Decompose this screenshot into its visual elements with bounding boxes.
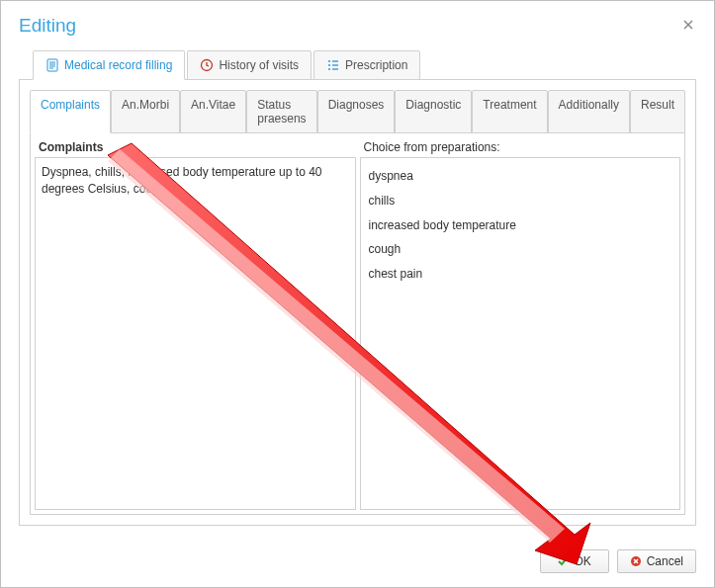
outer-panel: Complaints An.Morbi An.Vitae Status prae… — [19, 79, 696, 526]
preparation-item[interactable]: dyspnea — [367, 164, 674, 189]
subtab-additionally[interactable]: Additionally — [548, 90, 630, 133]
subtab-diagnostic[interactable]: Diagnostic — [395, 90, 472, 133]
svg-point-8 — [328, 64, 330, 66]
preparations-column: Choice from preparations: dyspnea chills… — [360, 137, 681, 510]
tab-medical-record-filling[interactable]: Medical record filling — [33, 50, 185, 80]
complaints-header: Complaints — [35, 137, 356, 157]
subtab-complaints[interactable]: Complaints — [30, 90, 111, 133]
cancel-button[interactable]: Cancel — [617, 549, 696, 573]
subtab-status-praesens[interactable]: Status praesens — [246, 90, 316, 133]
subtab-label: An.Morbi — [122, 98, 169, 112]
preparation-label: increased body temperature — [369, 218, 516, 232]
tab-label: Medical record filling — [64, 58, 172, 72]
ok-button[interactable]: OK — [540, 549, 609, 573]
complaints-column: Complaints Dyspnea, chills, increased bo… — [35, 137, 356, 510]
cancel-icon — [630, 555, 642, 567]
button-row: OK Cancel — [1, 540, 714, 587]
clock-icon — [200, 58, 214, 72]
subtab-result[interactable]: Result — [630, 90, 685, 133]
tab-history-of-visits[interactable]: History of visits — [187, 50, 312, 80]
preparation-label: chest pain — [369, 267, 423, 281]
tab-label: Prescription — [345, 58, 407, 72]
button-label: Cancel — [647, 554, 683, 568]
subtab-an-vitae[interactable]: An.Vitae — [180, 90, 246, 133]
window-title: Editing — [19, 15, 76, 37]
preparation-label: dyspnea — [369, 169, 413, 183]
subtab-label: Treatment — [483, 98, 536, 112]
main-tabs: Medical record filling History of visits… — [33, 50, 696, 80]
subtab-label: Status praesens — [257, 98, 306, 126]
subtab-label: Diagnostic — [405, 98, 461, 112]
close-icon — [682, 19, 694, 31]
complaints-textarea[interactable]: Dyspnea, chills, increased body temperat… — [35, 157, 356, 510]
content-area: Medical record filling History of visits… — [1, 41, 714, 540]
preparation-item[interactable]: cough — [367, 237, 674, 262]
titlebar: Editing — [1, 1, 714, 41]
preparation-item[interactable]: chills — [367, 189, 674, 213]
preparation-item[interactable]: increased body temperature — [367, 213, 674, 238]
subtab-label: Diagnoses — [328, 98, 385, 112]
subtab-label: Additionally — [559, 98, 619, 112]
svg-rect-0 — [47, 59, 57, 71]
list-icon — [326, 58, 340, 72]
subtab-treatment[interactable]: Treatment — [472, 90, 547, 133]
subtab-label: Result — [641, 98, 674, 112]
check-icon — [557, 555, 569, 567]
subtab-label: An.Vitae — [191, 98, 235, 112]
svg-point-10 — [328, 68, 330, 70]
subtab-an-morbi[interactable]: An.Morbi — [111, 90, 180, 133]
preparation-label: cough — [369, 242, 402, 256]
sub-tabs: Complaints An.Morbi An.Vitae Status prae… — [30, 90, 685, 133]
close-button[interactable] — [678, 14, 698, 38]
inner-panel: Complaints Dyspnea, chills, increased bo… — [30, 132, 685, 515]
button-label: OK — [574, 554, 590, 568]
document-icon — [45, 58, 59, 72]
svg-point-6 — [328, 60, 330, 62]
complaints-text: Dyspnea, chills, increased body temperat… — [42, 165, 322, 196]
preparations-list[interactable]: dyspnea chills increased body temperatur… — [360, 157, 681, 510]
editing-dialog: Editing Medical record filling History o… — [0, 0, 715, 588]
preparation-label: chills — [369, 194, 396, 208]
subtab-diagnoses[interactable]: Diagnoses — [317, 90, 396, 133]
subtab-label: Complaints — [41, 98, 100, 112]
preparations-header: Choice from preparations: — [360, 137, 681, 157]
tab-label: History of visits — [219, 58, 299, 72]
tab-prescription[interactable]: Prescription — [313, 50, 420, 80]
preparation-item[interactable]: chest pain — [367, 262, 674, 287]
